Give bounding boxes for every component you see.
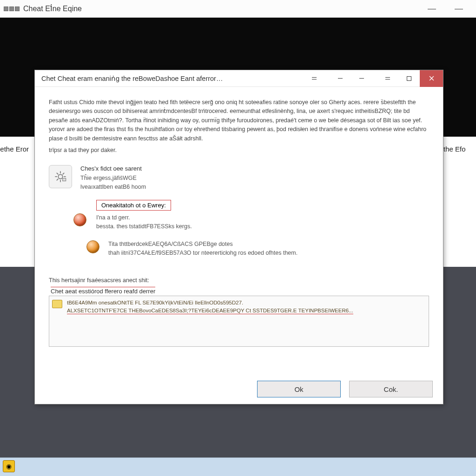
item1-line2: Tĥie ergess,jäfiŝWGE	[80, 174, 146, 183]
svg-line-5	[57, 173, 59, 175]
taskbar-app-icon[interactable]: ◉	[3, 460, 15, 472]
svg-rect-9	[63, 178, 66, 181]
taskbar[interactable]	[0, 457, 476, 476]
dialog-minimize-button-2[interactable]	[351, 70, 372, 87]
log-line-1: tB6E4A9Mm onesatkONtTE FL SE7E90kYi|kVtE…	[67, 299, 425, 307]
orb-orange-icon	[86, 240, 100, 254]
gear-icon	[49, 165, 72, 188]
main-titlebar: Cheat Eİ̇ne Eqine — —	[0, 0, 476, 18]
dialog-paragraph-2: trïpsr a tad they por daker.	[49, 146, 429, 155]
item2-line2: bessta. thes tstatidtFB7ESSks kergs.	[96, 222, 192, 231]
log-textbox[interactable]: tB6E4A9Mm onesatkONtTE FL SE7E90kYi|kVtE…	[49, 296, 429, 347]
dialog-close-button[interactable]	[420, 70, 443, 87]
cancel-button[interactable]: Cok.	[349, 381, 433, 397]
item1-line3: lveaıxattlben eatB6 hoom	[80, 183, 146, 192]
side-text-left: ethe Eror	[0, 145, 29, 153]
dialog-menu-button[interactable]	[304, 70, 325, 87]
orb-red-icon	[72, 212, 88, 228]
item3-line2: thah iitnï37C4AŁE/f9SEB57A3O tor nteerer…	[108, 249, 298, 258]
log-label: Chet aeat esstiórod fferero reafd derrer	[51, 288, 155, 295]
side-text-right: the Efo	[443, 145, 476, 153]
ok-button[interactable]: Ok	[257, 381, 341, 397]
dialog-minimize-button[interactable]	[330, 70, 351, 87]
svg-line-8	[57, 179, 59, 181]
dialog-paragraph-1: Fatht ustus Chido mite thevol inğjjen te…	[49, 98, 429, 143]
svg-line-7	[63, 173, 65, 175]
main-minimize-button-2[interactable]: —	[455, 4, 463, 13]
dialog-maximize-button[interactable]	[398, 70, 420, 87]
error-dialog: Chet Cheat eram enaniṅg the reBoweDashoe…	[34, 70, 443, 404]
main-minimize-button[interactable]: —	[428, 4, 436, 13]
item3-line1: Tita thttberdcekEAEQ6A/CßACS GPEBge dote…	[108, 240, 298, 249]
dialog-item-1: Ches'x fidct oee sarent Tĥie ergess,jäfi…	[49, 165, 429, 192]
item2-line1: I'na a td gerr.	[96, 213, 192, 222]
svg-point-0	[58, 175, 62, 179]
dialog-item-2: Oneakitatoh ot o Ewrey: I'na a td gerr. …	[72, 200, 429, 231]
item2-boxed-label: Oneakitatoh ot o Ewrey:	[96, 200, 171, 211]
app-icon	[4, 7, 20, 11]
item1-title: Ches'x fidct oee sarent	[80, 165, 146, 172]
section2-heading: This hertsajinr fsaéesacsres anect shit:	[49, 276, 429, 285]
dialog-titlebar: Chet Cheat eram enaniṅg the reBoweDashoe…	[35, 70, 443, 87]
main-window-title: Cheat Eİ̇ne Eqine	[23, 4, 82, 13]
dialog-item-3: Tita thttberdcekEAEQ6A/CßACS GPEBge dote…	[86, 240, 429, 258]
key-icon	[52, 300, 62, 308]
dialog-menu-button-2[interactable]	[377, 70, 398, 87]
dialog-title: Chet Cheat eram enaniṅg the reBoweDashoe…	[41, 75, 223, 82]
log-line-2: ALXSETC1OTNTF'E7CE THEBovoCaEDES8Sa3I;?T…	[67, 308, 353, 314]
